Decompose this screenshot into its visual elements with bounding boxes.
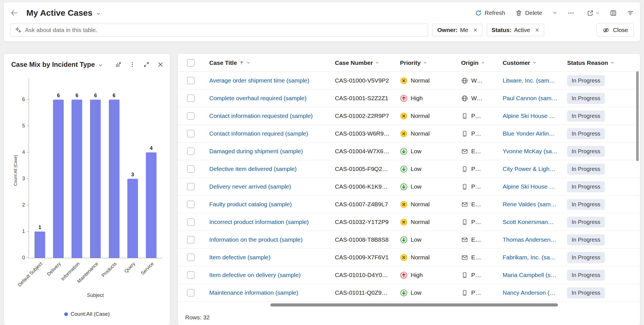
- row-checkbox-cell: [178, 130, 204, 137]
- customer-link[interactable]: Maria Campbell (s…: [503, 272, 556, 278]
- table-row[interactable]: Complete overhaul required (sample) CAS-…: [178, 90, 640, 107]
- table-row[interactable]: Item defective (sample) CAS-01009-X7F6V1…: [178, 249, 640, 266]
- case-title-link[interactable]: Information on the product (sample): [209, 236, 303, 243]
- edit-columns-icon[interactable]: [610, 10, 617, 17]
- customer-link[interactable]: Thomas Andersen…: [503, 236, 556, 243]
- row-checkbox[interactable]: [187, 95, 194, 102]
- chip-label: Owner:: [437, 27, 457, 33]
- commands-chevron-down-icon[interactable]: [552, 10, 557, 15]
- chevron-down-icon[interactable]: [481, 61, 485, 65]
- bar: [109, 100, 119, 258]
- row-checkbox[interactable]: [187, 183, 194, 190]
- customer-link[interactable]: Litware, Inc. (sam…: [503, 77, 555, 84]
- customer-link[interactable]: Yvonne McKay (sa…: [503, 148, 558, 155]
- refresh-button[interactable]: Refresh: [475, 10, 505, 17]
- customer-link[interactable]: Rene Valdes (sam…: [503, 201, 556, 208]
- case-title-link[interactable]: Faulty product catalog (sample): [209, 201, 292, 208]
- case-title-link[interactable]: Contact information requested (sample): [209, 113, 313, 119]
- row-checkbox[interactable]: [187, 130, 194, 137]
- case-title-link[interactable]: Delivery never arrived (sample): [209, 183, 291, 190]
- customer-link[interactable]: City Power & Ligh…: [503, 166, 555, 172]
- column-header-case-title[interactable]: Case Title: [204, 59, 329, 66]
- case-title-link[interactable]: Incorrect product information (sample): [209, 219, 309, 225]
- row-checkbox-cell: [178, 271, 204, 279]
- view-selector-chevron-icon[interactable]: [96, 11, 101, 16]
- row-checkbox[interactable]: [187, 77, 194, 84]
- close-ask-bar-button[interactable]: Close: [597, 24, 634, 36]
- customer-link[interactable]: Fabrikam, Inc. (sa…: [503, 254, 556, 261]
- customer-link[interactable]: Scott Konersman…: [503, 219, 554, 225]
- chevron-down-icon[interactable]: [610, 61, 615, 65]
- row-checkbox[interactable]: [187, 112, 194, 120]
- chevron-down-icon[interactable]: [375, 61, 379, 65]
- customer-link[interactable]: Alpine Ski House …: [503, 113, 555, 119]
- case-title-link[interactable]: Contact information required (sample): [209, 130, 308, 137]
- delete-button[interactable]: Delete: [515, 10, 542, 17]
- case-number: CAS-01032-Y1T2P9: [329, 219, 394, 225]
- case-title-link[interactable]: Maintenance information (sample): [209, 289, 298, 296]
- case-title-link[interactable]: Item defective (sample): [209, 254, 270, 261]
- chevron-down-icon[interactable]: [246, 61, 250, 65]
- case-title-link[interactable]: Average order shipment time (sample): [209, 77, 309, 84]
- customer-link[interactable]: Paul Cannon (sam…: [503, 95, 557, 102]
- back-arrow-icon[interactable]: [10, 9, 19, 17]
- column-header-customer[interactable]: Customer: [497, 59, 562, 66]
- table-row[interactable]: Incorrect product information (sample) C…: [178, 213, 640, 231]
- select-all-checkbox[interactable]: [187, 59, 194, 67]
- customer-link[interactable]: Blue Yonder Airlin…: [503, 130, 555, 137]
- priority-cell: Low: [394, 183, 456, 191]
- table-row[interactable]: Maintenance information (sample) CAS-010…: [178, 284, 640, 302]
- row-checkbox[interactable]: [187, 289, 194, 296]
- vertical-scrollbar-thumb[interactable]: [636, 71, 639, 161]
- case-title-link[interactable]: Complete overhaul required (sample): [209, 95, 307, 102]
- filter-chip-status[interactable]: Status: Active: [487, 24, 544, 36]
- table-row[interactable]: Average order shipment time (sample) CAS…: [178, 72, 640, 90]
- filter-chip-owner[interactable]: Owner: Me: [433, 24, 482, 36]
- column-header-case-number[interactable]: Case Number: [329, 59, 394, 66]
- table-row[interactable]: Damaged during shipment (sample) CAS-010…: [178, 143, 640, 160]
- chevron-down-icon[interactable]: [532, 61, 537, 65]
- row-checkbox[interactable]: [187, 271, 194, 279]
- table-row[interactable]: Item defective on delivery (sample) CAS-…: [178, 266, 640, 284]
- close-label: Close: [613, 27, 628, 33]
- row-checkbox[interactable]: [187, 165, 194, 173]
- customer-link[interactable]: Alpine Ski House …: [503, 183, 555, 190]
- row-checkbox[interactable]: [187, 236, 194, 243]
- ask-data-search-box[interactable]: [10, 24, 428, 36]
- table-row[interactable]: Contact information requested (sample) C…: [178, 107, 640, 125]
- share-button[interactable]: [587, 10, 600, 17]
- column-header-status-reason[interactable]: Status Reason: [562, 59, 632, 66]
- row-checkbox[interactable]: [187, 201, 194, 208]
- case-title-link[interactable]: Item defective on delivery (sample): [209, 272, 301, 278]
- origin-icon: [461, 95, 468, 102]
- chevron-down-icon[interactable]: [423, 61, 427, 65]
- edit-filters-icon[interactable]: [627, 10, 634, 17]
- table-row[interactable]: Defective item delivered (sample) CAS-01…: [178, 160, 640, 178]
- origin-cell: P…: [456, 166, 497, 173]
- row-checkbox[interactable]: [187, 218, 194, 226]
- chart-more-options-icon[interactable]: [129, 61, 136, 68]
- table-row[interactable]: Contact information required (sample) CA…: [178, 125, 640, 143]
- remove-filter-icon[interactable]: [535, 28, 539, 32]
- table-row[interactable]: Information on the product (sample) CAS-…: [178, 231, 640, 249]
- close-chart-icon[interactable]: [157, 61, 164, 68]
- expand-chart-icon[interactable]: [143, 61, 150, 68]
- case-title-link[interactable]: Defective item delivered (sample): [209, 166, 297, 172]
- remove-filter-icon[interactable]: [473, 28, 478, 32]
- column-header-origin[interactable]: Origin: [456, 59, 497, 66]
- customer-link[interactable]: Nancy Anderson (…: [503, 289, 555, 296]
- table-row[interactable]: Delivery never arrived (sample) CAS-0100…: [178, 178, 640, 196]
- table-row[interactable]: Faulty product catalog (sample) CAS-0100…: [178, 196, 640, 213]
- change-chart-type-icon[interactable]: [115, 61, 122, 68]
- chart-title-chevron-icon[interactable]: [98, 63, 103, 68]
- y-axis-title: Count:All (Case): [13, 155, 18, 186]
- row-checkbox[interactable]: [187, 148, 194, 155]
- ask-data-input[interactable]: [25, 27, 424, 33]
- origin-cell: P…: [456, 130, 497, 137]
- case-title-link[interactable]: Damaged during shipment (sample): [209, 148, 303, 155]
- more-commands-icon[interactable]: [567, 10, 574, 17]
- column-header-priority[interactable]: Priority: [394, 59, 456, 66]
- share-chevron-icon: [595, 11, 600, 15]
- row-checkbox[interactable]: [187, 254, 194, 261]
- horizontal-scrollbar-thumb[interactable]: [270, 303, 558, 306]
